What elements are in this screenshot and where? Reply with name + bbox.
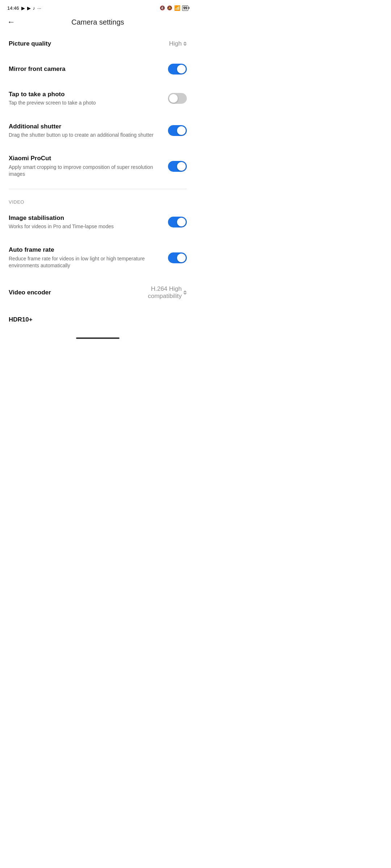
setting-title-mirror-front-camera: Mirror front camera bbox=[9, 65, 162, 73]
setting-content-additional-shutter: Additional shutterDrag the shutter butto… bbox=[9, 123, 168, 139]
toggle-track-mirror-front-camera bbox=[168, 64, 187, 75]
setting-row-picture-quality[interactable]: Picture qualityHigh bbox=[9, 32, 187, 56]
toggle-thumb-auto-frame-rate bbox=[177, 254, 186, 262]
setting-content-picture-quality: Picture quality bbox=[9, 40, 169, 48]
toggle-track-auto-frame-rate bbox=[168, 252, 187, 263]
toggle-additional-shutter[interactable] bbox=[168, 125, 187, 136]
setting-row-video-encoder[interactable]: Video encoderH.264 High compatibility bbox=[9, 277, 187, 308]
status-left: 14:46 ▶ ▶ ♪ ··· bbox=[7, 5, 41, 11]
home-indicator bbox=[76, 337, 119, 339]
chevron-down-video-encoder bbox=[183, 293, 187, 295]
setting-title-image-stabilisation: Image stabilisation bbox=[9, 214, 162, 222]
setting-title-picture-quality: Picture quality bbox=[9, 40, 163, 48]
setting-row-mirror-front-camera[interactable]: Mirror front camera bbox=[9, 56, 187, 82]
toggle-track-xiaomi-procut bbox=[168, 161, 187, 172]
chevron-up-picture-quality bbox=[183, 42, 187, 43]
setting-content-xiaomi-procut: Xiaomi ProCutApply smart cropping to imp… bbox=[9, 154, 168, 178]
back-button[interactable]: ← bbox=[7, 18, 15, 26]
top-nav: ← Camera settings bbox=[0, 14, 196, 32]
chevron-icon-video-encoder bbox=[183, 290, 187, 295]
setting-content-tap-to-photo: Tap to take a photoTap the preview scree… bbox=[9, 90, 168, 107]
toggle-track-tap-to-photo bbox=[168, 93, 187, 104]
section-header-video: VIDEO bbox=[0, 192, 196, 206]
toggle-thumb-xiaomi-procut bbox=[177, 162, 186, 171]
setting-title-auto-frame-rate: Auto frame rate bbox=[9, 246, 162, 254]
setting-title-video-encoder: Video encoder bbox=[9, 289, 125, 297]
setting-title-hdr10plus: HDR10+ bbox=[9, 316, 181, 324]
chevron-down-picture-quality bbox=[183, 44, 187, 46]
setting-content-mirror-front-camera: Mirror front camera bbox=[9, 65, 168, 73]
section-video: Image stabilisationWorks for videos in P… bbox=[0, 206, 196, 332]
setting-subtitle-auto-frame-rate: Reduce frame rate for videos in low ligh… bbox=[9, 255, 162, 269]
toggle-thumb-mirror-front-camera bbox=[177, 65, 186, 73]
mute-icon: 🔇 bbox=[160, 5, 165, 10]
toggle-image-stabilisation[interactable] bbox=[168, 217, 187, 227]
setting-subtitle-tap-to-photo: Tap the preview screen to take a photo bbox=[9, 99, 162, 107]
toggle-auto-frame-rate[interactable] bbox=[168, 252, 187, 263]
music-icon: ♪ bbox=[33, 5, 35, 11]
section-general: Picture qualityHighMirror front cameraTa… bbox=[0, 32, 196, 186]
battery-indicator: 99 bbox=[182, 5, 188, 11]
time-display: 14:46 bbox=[7, 5, 19, 11]
setting-content-video-encoder: Video encoder bbox=[9, 289, 131, 297]
sound-icon: 🔕 bbox=[167, 5, 172, 10]
selector-picture-quality[interactable]: High bbox=[169, 40, 187, 47]
setting-row-additional-shutter[interactable]: Additional shutterDrag the shutter butto… bbox=[9, 115, 187, 147]
toggle-thumb-additional-shutter bbox=[177, 126, 186, 135]
more-icon: ··· bbox=[37, 5, 41, 11]
setting-row-xiaomi-procut[interactable]: Xiaomi ProCutApply smart cropping to imp… bbox=[9, 146, 187, 186]
status-bar: 14:46 ▶ ▶ ♪ ··· 🔇 🔕 📶 99 bbox=[0, 0, 196, 14]
wifi-icon: 📶 bbox=[174, 5, 180, 11]
setting-title-additional-shutter: Additional shutter bbox=[9, 123, 162, 131]
setting-row-image-stabilisation[interactable]: Image stabilisationWorks for videos in P… bbox=[9, 206, 187, 238]
page-title: Camera settings bbox=[71, 18, 124, 26]
play-icon-2: ▶ bbox=[27, 5, 31, 11]
selector-value-picture-quality: High bbox=[169, 40, 182, 47]
setting-title-tap-to-photo: Tap to take a photo bbox=[9, 90, 162, 98]
status-right: 🔇 🔕 📶 99 bbox=[160, 5, 188, 11]
setting-subtitle-image-stabilisation: Works for videos in Pro and Time-lapse m… bbox=[9, 223, 162, 230]
toggle-track-image-stabilisation bbox=[168, 217, 187, 227]
chevron-up-video-encoder bbox=[183, 290, 187, 292]
settings-root: Picture qualityHighMirror front cameraTa… bbox=[0, 32, 196, 332]
toggle-thumb-tap-to-photo bbox=[169, 94, 178, 103]
setting-content-auto-frame-rate: Auto frame rateReduce frame rate for vid… bbox=[9, 246, 168, 269]
setting-subtitle-xiaomi-procut: Apply smart cropping to improve composit… bbox=[9, 164, 162, 178]
setting-content-hdr10plus: HDR10+ bbox=[9, 316, 187, 324]
setting-row-auto-frame-rate[interactable]: Auto frame rateReduce frame rate for vid… bbox=[9, 238, 187, 277]
selector-video-encoder[interactable]: H.264 High compatibility bbox=[131, 285, 187, 300]
play-icon: ▶ bbox=[21, 5, 25, 11]
selector-value-video-encoder: H.264 High compatibility bbox=[131, 285, 182, 300]
setting-subtitle-additional-shutter: Drag the shutter button up to create an … bbox=[9, 132, 162, 139]
toggle-thumb-image-stabilisation bbox=[177, 218, 186, 226]
setting-content-image-stabilisation: Image stabilisationWorks for videos in P… bbox=[9, 214, 168, 230]
setting-row-hdr10plus: HDR10+ bbox=[9, 308, 187, 332]
toggle-track-additional-shutter bbox=[168, 125, 187, 136]
toggle-xiaomi-procut[interactable] bbox=[168, 161, 187, 172]
section-divider bbox=[9, 189, 187, 189]
setting-title-xiaomi-procut: Xiaomi ProCut bbox=[9, 154, 162, 162]
setting-row-tap-to-photo[interactable]: Tap to take a photoTap the preview scree… bbox=[9, 82, 187, 115]
bottom-bar bbox=[0, 339, 196, 342]
toggle-tap-to-photo[interactable] bbox=[168, 93, 187, 104]
toggle-mirror-front-camera[interactable] bbox=[168, 64, 187, 75]
chevron-icon-picture-quality bbox=[183, 42, 187, 46]
